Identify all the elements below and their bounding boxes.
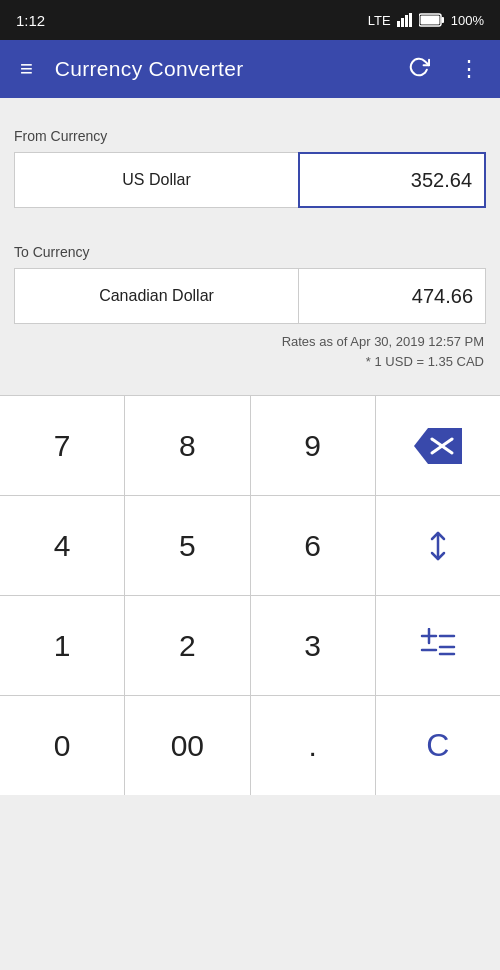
- battery-icon: [419, 13, 445, 27]
- from-currency-label: From Currency: [14, 128, 486, 144]
- svg-rect-5: [420, 16, 439, 25]
- key-00[interactable]: 00: [125, 696, 249, 795]
- to-currency-row: Canadian Dollar 474.66: [14, 268, 486, 324]
- refresh-button[interactable]: [402, 50, 436, 89]
- key-decimal[interactable]: .: [251, 696, 375, 795]
- app-title: Currency Converter: [55, 57, 386, 81]
- key-ops[interactable]: [376, 596, 500, 695]
- more-options-button[interactable]: ⋮: [452, 50, 486, 88]
- rates-line2: * 1 USD = 1.35 CAD: [14, 352, 484, 372]
- status-bar: 1:12 LTE 100%: [0, 0, 500, 40]
- key-7[interactable]: 7: [0, 396, 124, 495]
- section-gap: [14, 214, 486, 244]
- key-3[interactable]: 3: [251, 596, 375, 695]
- key-8[interactable]: 8: [125, 396, 249, 495]
- signal-icon: [397, 13, 413, 27]
- key-swap[interactable]: [376, 496, 500, 595]
- rates-line1: Rates as of Apr 30, 2019 12:57 PM: [14, 332, 484, 352]
- from-currency-value[interactable]: 352.64: [298, 152, 486, 208]
- svg-rect-1: [401, 18, 404, 27]
- rates-info: Rates as of Apr 30, 2019 12:57 PM * 1 US…: [14, 332, 486, 371]
- key-4[interactable]: 4: [0, 496, 124, 595]
- key-5[interactable]: 5: [125, 496, 249, 595]
- svg-rect-6: [441, 17, 444, 23]
- from-currency-row: US Dollar 352.64: [14, 152, 486, 208]
- main-content: From Currency US Dollar 352.64 To Curren…: [0, 98, 500, 381]
- clear-icon: C: [426, 727, 449, 764]
- status-icons: LTE 100%: [368, 13, 484, 28]
- svg-marker-7: [414, 428, 462, 464]
- from-currency-selector[interactable]: US Dollar: [14, 152, 298, 208]
- backspace-icon: [414, 428, 462, 464]
- key-1[interactable]: 1: [0, 596, 124, 695]
- top-bar: ≡ Currency Converter ⋮: [0, 40, 500, 98]
- key-clear[interactable]: C: [376, 696, 500, 795]
- to-currency-label: To Currency: [14, 244, 486, 260]
- key-0[interactable]: 0: [0, 696, 124, 795]
- svg-rect-2: [405, 15, 408, 27]
- ops-icon: [418, 628, 458, 664]
- svg-rect-3: [409, 13, 412, 27]
- to-currency-value: 474.66: [298, 268, 486, 324]
- key-backspace[interactable]: [376, 396, 500, 495]
- key-9[interactable]: 9: [251, 396, 375, 495]
- svg-rect-0: [397, 21, 400, 27]
- keypad: 7 8 9 4 5 6 1 2 3 0 00 . C: [0, 395, 500, 795]
- key-6[interactable]: 6: [251, 496, 375, 595]
- to-currency-selector[interactable]: Canadian Dollar: [14, 268, 298, 324]
- time: 1:12: [16, 12, 45, 29]
- swap-icon: [421, 529, 455, 563]
- menu-button[interactable]: ≡: [14, 50, 39, 88]
- battery-percent: 100%: [451, 13, 484, 28]
- key-2[interactable]: 2: [125, 596, 249, 695]
- signal-text: LTE: [368, 13, 391, 28]
